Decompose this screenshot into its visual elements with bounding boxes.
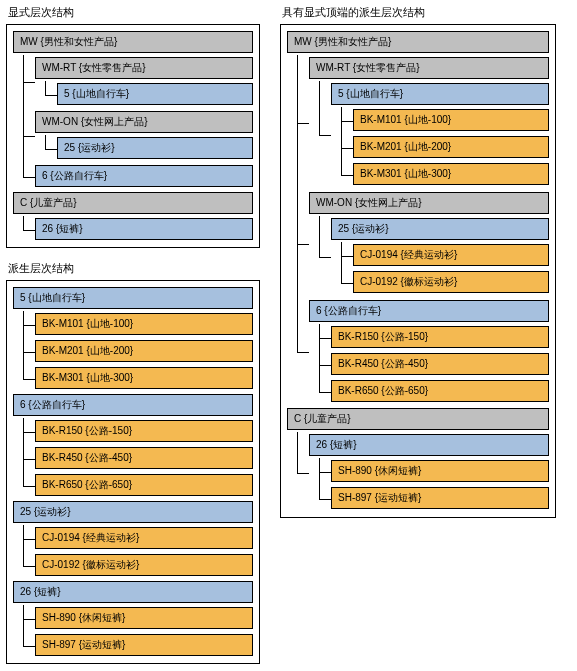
tree-connector [13,472,35,499]
tree-node: 26 {短裤} [309,434,549,456]
tree-node: MW {男性和女性产品} [287,31,549,53]
tree-connector [13,365,35,392]
tree-node: BK-R450 {公路-450} [35,447,253,469]
explicit-hierarchy-panel: MW {男性和女性产品}WM-RT {女性零售产品}5 {山地自行车}WM-ON… [6,24,260,248]
tree-row: SH-897 {运动短裤} [309,485,549,512]
tree-row: SH-890 {休闲短裤} [13,605,253,632]
tree-row: 5 {山地自行车}BK-M101 {山地-100}BK-M201 {山地-200… [309,81,549,189]
tree-row: BK-M301 {山地-300} [331,161,549,188]
tree-node: BK-M101 {山地-100} [353,109,549,131]
tree-node: 6 {公路自行车} [35,165,253,187]
tree-node: WM-ON {女性网上产品} [309,192,549,214]
tree-connector [309,485,331,512]
tree-connector [331,134,353,161]
tree-node: BK-M301 {山地-300} [353,163,549,185]
tree-connector [35,81,57,108]
tree-node: C {儿童产品} [287,408,549,430]
tree-node: BK-R150 {公路-150} [35,420,253,442]
tree-node: BK-M201 {山地-200} [353,136,549,158]
tree-row: 25 {运动衫}CJ-0194 {经典运动衫}CJ-0192 {徽标运动衫} [309,216,549,297]
tree-connector [331,161,353,188]
tree-connector [287,298,309,406]
section-title: 派生层次结构 [8,262,260,276]
tree-connector [309,378,331,405]
tree-node: CJ-0194 {经典运动衫} [35,527,253,549]
tree-node: 25 {运动衫} [331,218,549,240]
tree-row: SH-897 {运动短裤} [13,632,253,659]
tree-node: MW {男性和女性产品} [13,31,253,53]
derived-hierarchy-panel: 5 {山地自行车}BK-M101 {山地-100}BK-M201 {山地-200… [6,280,260,664]
tree-connector [331,107,353,134]
tree-connector [309,324,331,351]
tree-row: 26 {短裤}SH-890 {休闲短裤}SH-897 {运动短裤} [287,432,549,513]
tree-row: WM-RT {女性零售产品}5 {山地自行车}BK-M101 {山地-100}B… [287,55,549,190]
tree-node: 5 {山地自行车} [13,287,253,309]
section-title: 具有显式顶端的派生层次结构 [282,6,556,20]
tree-connector [331,242,353,269]
tree-row: WM-ON {女性网上产品}25 {运动衫}CJ-0194 {经典运动衫}CJ-… [287,190,549,298]
tree-row: BK-R650 {公路-650} [309,378,549,405]
tree-node: CJ-0194 {经典运动衫} [353,244,549,266]
tree-row: 5 {山地自行车} [35,81,253,108]
tree-connector [309,351,331,378]
tree-connector [13,109,35,163]
tree-row: BK-R150 {公路-150} [309,324,549,351]
tree-connector [13,338,35,365]
tree-node: CJ-0192 {徽标运动衫} [353,271,549,293]
tree-connector [287,55,309,190]
tree-connector [35,135,57,162]
derived-with-top-hierarchy-panel: MW {男性和女性产品}WM-RT {女性零售产品}5 {山地自行车}BK-M1… [280,24,556,518]
tree-row: WM-ON {女性网上产品}25 {运动衫} [13,109,253,163]
tree-connector [13,311,35,338]
tree-connector [13,445,35,472]
tree-row: CJ-0192 {徽标运动衫} [13,552,253,579]
tree-node: WM-RT {女性零售产品} [35,57,253,79]
tree-node: C {儿童产品} [13,192,253,214]
tree-connector [13,632,35,659]
tree-connector [13,418,35,445]
right-column: 具有显式顶端的派生层次结构 MW {男性和女性产品}WM-RT {女性零售产品}… [280,6,556,532]
tree-row: BK-R150 {公路-150} [13,418,253,445]
tree-connector [13,55,35,109]
tree-connector [13,216,35,243]
tree-node: 5 {山地自行车} [57,83,253,105]
tree-row: 25 {运动衫} [35,135,253,162]
tree-node: 5 {山地自行车} [331,83,549,105]
tree-node: 6 {公路自行车} [13,394,253,416]
diagram-root: 显式层次结构 MW {男性和女性产品}WM-RT {女性零售产品}5 {山地自行… [6,6,571,671]
tree-connector [13,163,35,190]
tree-connector [13,525,35,552]
tree-node: SH-890 {休闲短裤} [35,607,253,629]
tree-node: SH-897 {运动短裤} [331,487,549,509]
tree-node: 25 {运动衫} [13,501,253,523]
tree-row: CJ-0192 {徽标运动衫} [331,269,549,296]
tree-node: SH-897 {运动短裤} [35,634,253,656]
tree-node: 25 {运动衫} [57,137,253,159]
tree-row: BK-M101 {山地-100} [13,311,253,338]
tree-connector [287,190,309,298]
tree-row: 6 {公路自行车} [13,163,253,190]
tree-node: BK-R650 {公路-650} [35,474,253,496]
tree-node: CJ-0192 {徽标运动衫} [35,554,253,576]
section-title: 显式层次结构 [8,6,260,20]
tree-row: WM-RT {女性零售产品}5 {山地自行车} [13,55,253,109]
tree-row: BK-R650 {公路-650} [13,472,253,499]
tree-node: BK-R450 {公路-450} [331,353,549,375]
tree-node: BK-M101 {山地-100} [35,313,253,335]
left-column: 显式层次结构 MW {男性和女性产品}WM-RT {女性零售产品}5 {山地自行… [6,6,260,671]
tree-node: 6 {公路自行车} [309,300,549,322]
tree-connector [13,605,35,632]
tree-row: CJ-0194 {经典运动衫} [331,242,549,269]
tree-connector [309,458,331,485]
tree-row: BK-R450 {公路-450} [13,445,253,472]
tree-row: SH-890 {休闲短裤} [309,458,549,485]
tree-node: SH-890 {休闲短裤} [331,460,549,482]
tree-row: BK-R450 {公路-450} [309,351,549,378]
tree-node: WM-ON {女性网上产品} [35,111,253,133]
tree-connector [309,216,331,297]
tree-connector [309,81,331,189]
tree-row: CJ-0194 {经典运动衫} [13,525,253,552]
tree-row: BK-M101 {山地-100} [331,107,549,134]
tree-row: BK-M201 {山地-200} [13,338,253,365]
tree-node: WM-RT {女性零售产品} [309,57,549,79]
